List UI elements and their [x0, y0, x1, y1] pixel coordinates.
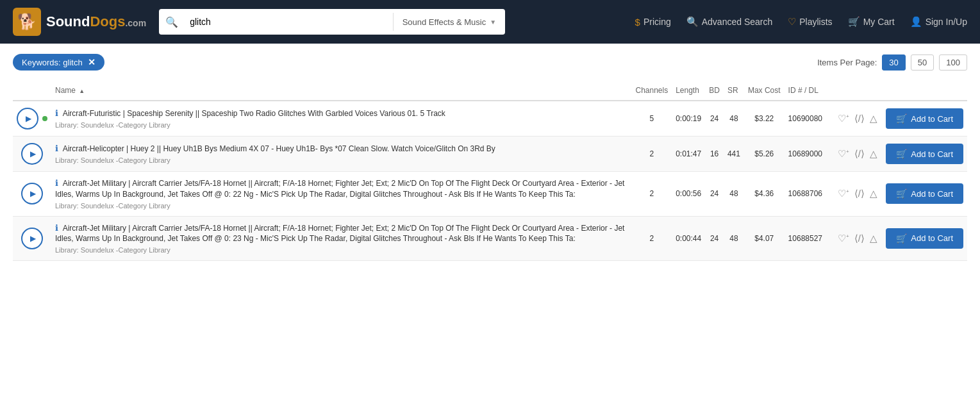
- actions-cell: ♡+ ⟨/⟩ △ 🛒 Add to Cart: [826, 137, 967, 172]
- nav-sign-in[interactable]: 👤 Sign In/Up: [910, 16, 967, 28]
- col-header-actions: [826, 81, 967, 101]
- track-library: Library: Soundelux -Category Library: [55, 121, 627, 129]
- track-name-cell: ℹ Aircraft-Jet Military | Aircraft Carri…: [51, 216, 631, 261]
- add-to-cart-button[interactable]: 🛒 Add to Cart: [886, 144, 963, 164]
- info-icon[interactable]: ℹ: [55, 144, 58, 153]
- main-nav: $ Pricing 🔍 Advanced Search ♡ Playlists …: [635, 16, 967, 28]
- nav-playlists[interactable]: ♡ Playlists: [788, 16, 832, 28]
- items-per-page-label: Items Per Page:: [817, 58, 877, 67]
- track-channels: 2: [631, 137, 672, 172]
- alert-icon[interactable]: △: [870, 148, 877, 160]
- search-category-dropdown[interactable]: Sound Effects & Music ▼: [394, 17, 505, 27]
- share-icon[interactable]: ⟨/⟩: [854, 188, 865, 199]
- search-bar: 🔍 Sound Effects & Music ▼: [159, 9, 505, 35]
- logo-area: 🐕 SoundDogs.com: [13, 8, 146, 36]
- track-library: Library: Soundelux -Category Library: [55, 202, 627, 210]
- track-length: 0:00:19: [672, 101, 705, 137]
- col-header-name[interactable]: Name ▲: [51, 81, 631, 101]
- track-sr: 48: [724, 101, 744, 137]
- track-id: 10689000: [785, 137, 826, 172]
- add-to-cart-button[interactable]: 🛒 Add to Cart: [886, 228, 963, 249]
- col-header-play: [13, 81, 51, 101]
- col-header-maxcost: Max Cost: [744, 81, 785, 101]
- col-header-channels: Channels: [631, 81, 672, 101]
- play-cell: ▶: [13, 101, 51, 137]
- add-to-cart-button[interactable]: 🛒 Add to Cart: [886, 108, 963, 129]
- play-cell: ▶: [13, 172, 51, 217]
- track-name-cell: ℹ Aircraft-Jet Military | Aircraft Carri…: [51, 172, 631, 217]
- favorite-icon[interactable]: ♡+: [838, 233, 849, 244]
- play-button[interactable]: ▶: [21, 183, 43, 204]
- col-header-id: ID # / DL: [785, 81, 826, 101]
- search-input[interactable]: [185, 9, 393, 35]
- cart-nav-icon: 🛒: [848, 16, 860, 28]
- favorite-icon[interactable]: ♡+: [838, 113, 849, 124]
- nav-advanced-search[interactable]: 🔍 Advanced Search: [686, 16, 773, 28]
- track-max-cost: $5.26: [744, 137, 785, 172]
- track-id: 10688527: [785, 216, 826, 261]
- favorite-icon[interactable]: ♡+: [838, 148, 849, 160]
- track-channels: 5: [631, 101, 672, 137]
- action-icons-group: ♡+ ⟨/⟩ △: [838, 148, 877, 160]
- add-to-cart-label: Add to Cart: [911, 114, 953, 124]
- close-icon[interactable]: ✕: [88, 57, 96, 67]
- cart-icon: 🛒: [896, 188, 907, 199]
- add-to-cart-button[interactable]: 🛒 Add to Cart: [886, 183, 963, 204]
- info-icon[interactable]: ℹ: [55, 223, 58, 233]
- actions-cell: ♡+ ⟨/⟩ △ 🛒 Add to Cart: [826, 216, 967, 261]
- track-length: 0:01:47: [672, 137, 705, 172]
- keyword-tag[interactable]: Keywords: glitch ✕: [13, 54, 104, 71]
- share-icon[interactable]: ⟨/⟩: [854, 113, 865, 124]
- keyword-tag-label: Keywords: glitch: [22, 58, 83, 67]
- col-header-sr: SR: [724, 81, 744, 101]
- play-button[interactable]: ▶: [17, 108, 38, 129]
- play-cell: ▶: [13, 216, 51, 261]
- favorite-icon[interactable]: ♡+: [838, 188, 849, 199]
- share-icon[interactable]: ⟨/⟩: [854, 233, 865, 244]
- playing-indicator: [42, 116, 47, 121]
- user-icon: 👤: [910, 16, 922, 28]
- alert-icon[interactable]: △: [870, 188, 877, 199]
- add-to-cart-label: Add to Cart: [911, 189, 953, 199]
- track-title: Aircraft-Futuristic | Spaceship Serenity…: [63, 109, 445, 118]
- info-icon[interactable]: ℹ: [55, 178, 58, 188]
- dollar-icon: $: [635, 17, 640, 28]
- track-title: Aircraft-Jet Military | Aircraft Carrier…: [55, 224, 624, 244]
- filter-row: Keywords: glitch ✕ Items Per Page: 30 50…: [13, 54, 967, 71]
- play-cell: ▶: [13, 137, 51, 172]
- nav-my-cart[interactable]: 🛒 My Cart: [848, 16, 895, 28]
- track-sr: 48: [724, 172, 744, 217]
- alert-icon[interactable]: △: [870, 233, 877, 244]
- content-area: Keywords: glitch ✕ Items Per Page: 30 50…: [0, 44, 980, 400]
- per-page-50-button[interactable]: 50: [911, 54, 934, 71]
- track-title: Aircraft-Helicopter | Huey 2 || Huey Uh1…: [63, 144, 495, 153]
- per-page-100-button[interactable]: 100: [939, 54, 967, 71]
- header: 🐕 SoundDogs.com 🔍 Sound Effects & Music …: [0, 0, 980, 44]
- per-page-30-button[interactable]: 30: [882, 54, 905, 71]
- info-icon[interactable]: ℹ: [55, 108, 58, 118]
- action-icons-group: ♡+ ⟨/⟩ △: [838, 188, 877, 199]
- nav-playlists-label: Playlists: [799, 17, 832, 27]
- cart-icon: 🛒: [896, 113, 907, 124]
- cart-icon: 🛒: [896, 233, 907, 244]
- track-bd: 24: [705, 172, 724, 217]
- logo-icon: 🐕: [13, 8, 41, 36]
- play-button[interactable]: ▶: [21, 228, 43, 249]
- nav-pricing[interactable]: $ Pricing: [635, 17, 671, 28]
- nav-sign-in-label: Sign In/Up: [926, 17, 967, 27]
- alert-icon[interactable]: △: [870, 113, 877, 124]
- play-triangle-icon: ▶: [30, 234, 36, 243]
- table-row: ▶ ℹ Aircraft-Helicopter | Huey 2 || Huey…: [13, 137, 967, 172]
- add-to-cart-label: Add to Cart: [911, 149, 953, 159]
- share-icon[interactable]: ⟨/⟩: [854, 148, 865, 160]
- track-max-cost: $3.22: [744, 101, 785, 137]
- track-library: Library: Soundelux -Category Library: [55, 246, 627, 254]
- nav-advanced-search-label: Advanced Search: [702, 17, 773, 27]
- track-length: 0:00:56: [672, 172, 705, 217]
- heart-icon: ♡: [788, 16, 796, 28]
- table-row: ▶ ℹ Aircraft-Jet Military | Aircraft Car…: [13, 172, 967, 217]
- search-category-label: Sound Effects & Music: [403, 17, 486, 27]
- play-triangle-icon: ▶: [30, 149, 36, 158]
- nav-my-cart-label: My Cart: [863, 17, 895, 27]
- play-button[interactable]: ▶: [21, 143, 43, 165]
